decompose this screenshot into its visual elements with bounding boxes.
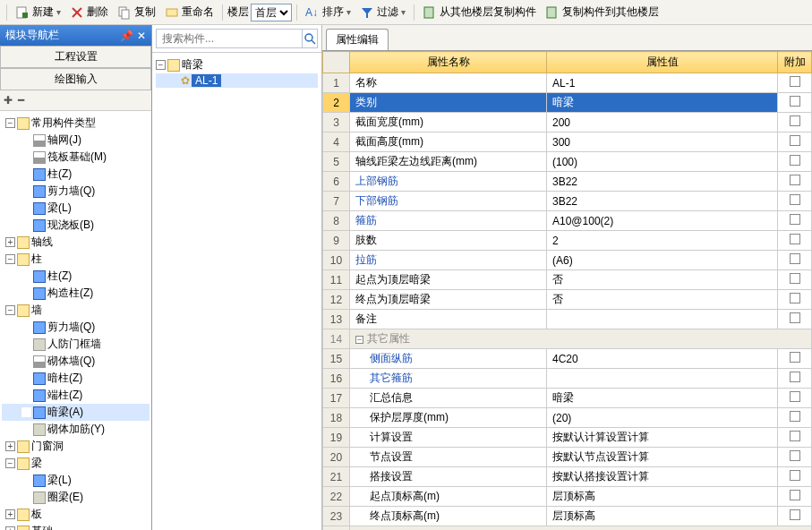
prop-value-cell[interactable]: 300 xyxy=(547,132,778,152)
prop-value-cell[interactable]: 200 xyxy=(547,113,778,132)
prop-name-cell[interactable]: 节点设置 xyxy=(350,448,547,467)
extra-checkbox-cell[interactable] xyxy=(778,428,812,448)
expand-icon[interactable]: − xyxy=(5,458,15,468)
expand-icon[interactable] xyxy=(21,407,31,417)
tree-node[interactable]: 砌体墙(Q) xyxy=(2,353,150,370)
prop-name-cell[interactable]: 拉筋 xyxy=(350,251,547,270)
prop-name-cell[interactable]: 下部钢筋 xyxy=(350,192,547,211)
group-header[interactable]: −锚固搭接 xyxy=(350,526,812,531)
table-row[interactable]: 13备注 xyxy=(323,310,812,329)
extra-checkbox-cell[interactable] xyxy=(778,467,812,487)
expand-icon[interactable] xyxy=(21,424,31,434)
table-row[interactable]: 17汇总信息暗梁 xyxy=(323,389,812,408)
table-row[interactable]: 4截面高度(mm)300 xyxy=(323,132,812,152)
expand-icon[interactable] xyxy=(21,169,31,179)
tree-node[interactable]: 圈梁(E) xyxy=(2,489,150,506)
tree-node[interactable]: 剪力墙(Q) xyxy=(2,183,150,200)
expand-icon[interactable] xyxy=(21,220,31,230)
table-row[interactable]: 2类别暗梁 xyxy=(323,93,812,113)
expand-icon[interactable] xyxy=(21,322,31,332)
expand-icon[interactable] xyxy=(21,203,31,213)
checkbox[interactable] xyxy=(790,450,800,461)
add-icon[interactable]: ✚ xyxy=(4,94,13,107)
checkbox[interactable] xyxy=(790,234,800,244)
prop-value-cell[interactable]: (100) xyxy=(547,152,778,172)
prop-name-cell[interactable]: 起点为顶层暗梁 xyxy=(350,270,547,290)
checkbox[interactable] xyxy=(790,391,800,402)
extra-checkbox-cell[interactable] xyxy=(778,310,812,329)
tree-node[interactable]: 构造柱(Z) xyxy=(2,285,150,302)
table-row[interactable]: 9肢数2 xyxy=(323,231,812,251)
table-row[interactable]: 1名称AL-1 xyxy=(323,73,812,93)
table-row[interactable]: 7下部钢筋3B22 xyxy=(323,192,812,211)
prop-name-cell[interactable]: 计算设置 xyxy=(350,428,547,448)
tree-node[interactable]: 轴网(J) xyxy=(2,132,150,149)
search-input[interactable] xyxy=(156,29,303,48)
close-icon[interactable]: ✕ xyxy=(137,30,146,42)
delete-button[interactable]: 删除 xyxy=(66,3,112,21)
checkbox[interactable] xyxy=(790,96,800,107)
checkbox[interactable] xyxy=(790,135,800,146)
extra-checkbox-cell[interactable] xyxy=(778,152,812,172)
floor-select[interactable]: 首层 xyxy=(251,4,292,21)
expand-icon[interactable] xyxy=(21,152,31,162)
draw-input-button[interactable]: 绘图输入 xyxy=(0,68,151,90)
tree-node[interactable]: +板 xyxy=(2,506,150,523)
col-extra[interactable]: 附加 xyxy=(778,52,812,73)
tree-node[interactable]: 砌体加筋(Y) xyxy=(2,421,150,438)
tree-node[interactable]: 柱(Z) xyxy=(2,166,150,183)
prop-value-cell[interactable]: 暗梁 xyxy=(547,389,778,408)
search-button[interactable] xyxy=(303,29,318,48)
prop-name-cell[interactable]: 截面高度(mm) xyxy=(350,132,547,152)
prop-name-cell[interactable]: 其它箍筋 xyxy=(350,369,547,389)
prop-name-cell[interactable]: 起点顶标高(m) xyxy=(350,487,547,507)
prop-value-cell[interactable]: (20) xyxy=(547,408,778,428)
checkbox[interactable] xyxy=(790,411,800,422)
prop-value-cell[interactable]: 层顶标高 xyxy=(547,507,778,526)
expand-icon[interactable]: − xyxy=(5,118,15,128)
extra-checkbox-cell[interactable] xyxy=(778,231,812,251)
checkbox[interactable] xyxy=(790,194,800,205)
checkbox[interactable] xyxy=(790,509,800,520)
checkbox[interactable] xyxy=(790,470,800,481)
extra-checkbox-cell[interactable] xyxy=(778,487,812,507)
expand-icon[interactable] xyxy=(21,271,31,281)
tree-node[interactable]: +基础 xyxy=(2,523,150,530)
rename-button[interactable]: 重命名 xyxy=(161,3,218,21)
checkbox[interactable] xyxy=(790,253,800,264)
checkbox[interactable] xyxy=(790,115,800,126)
table-row[interactable]: 18保护层厚度(mm)(20) xyxy=(323,408,812,428)
remove-icon[interactable]: ━ xyxy=(18,94,24,107)
prop-name-cell[interactable]: 截面宽度(mm) xyxy=(350,113,547,132)
tree-node[interactable]: 柱(Z) xyxy=(2,268,150,285)
table-row[interactable]: 21搭接设置按默认搭接设置计算 xyxy=(323,467,812,487)
checkbox[interactable] xyxy=(790,76,800,87)
prop-value-cell[interactable]: 按默认节点设置计算 xyxy=(547,448,778,467)
prop-value-cell[interactable]: 4C20 xyxy=(547,349,778,369)
component-tree-item[interactable]: ✿ AL-1 xyxy=(156,73,318,88)
expand-icon[interactable]: + xyxy=(5,441,15,451)
tree-node[interactable]: 剪力墙(Q) xyxy=(2,319,150,336)
component-tree-root[interactable]: − 暗梁 xyxy=(156,56,318,73)
extra-checkbox-cell[interactable] xyxy=(778,369,812,389)
prop-value-cell[interactable]: 按默认计算设置计算 xyxy=(547,428,778,448)
table-row[interactable]: 6上部钢筋3B22 xyxy=(323,172,812,192)
expand-icon[interactable] xyxy=(21,186,31,196)
copy-to-floor-button[interactable]: 复制构件到其他楼层 xyxy=(542,3,662,21)
tree-node[interactable]: +门窗洞 xyxy=(2,438,150,455)
table-row[interactable]: 10拉筋(A6) xyxy=(323,251,812,270)
table-row[interactable]: 19计算设置按默认计算设置计算 xyxy=(323,428,812,448)
sort-button[interactable]: A↓ 排序▾ xyxy=(302,3,355,21)
group-header[interactable]: −其它属性 xyxy=(350,329,812,349)
checkbox[interactable] xyxy=(790,273,800,284)
prop-value-cell[interactable]: (A6) xyxy=(547,251,778,270)
checkbox[interactable] xyxy=(790,490,800,500)
new-button[interactable]: 新建▾ xyxy=(12,3,64,21)
tab-property-edit[interactable]: 属性编辑 xyxy=(326,29,389,50)
tree-node[interactable]: 暗柱(Z) xyxy=(2,370,150,387)
prop-name-cell[interactable]: 侧面纵筋 xyxy=(350,349,547,369)
table-row[interactable]: 5轴线距梁左边线距离(mm)(100) xyxy=(323,152,812,172)
checkbox[interactable] xyxy=(790,372,800,382)
expand-icon[interactable]: + xyxy=(5,526,15,530)
project-settings-button[interactable]: 工程设置 xyxy=(0,46,151,68)
